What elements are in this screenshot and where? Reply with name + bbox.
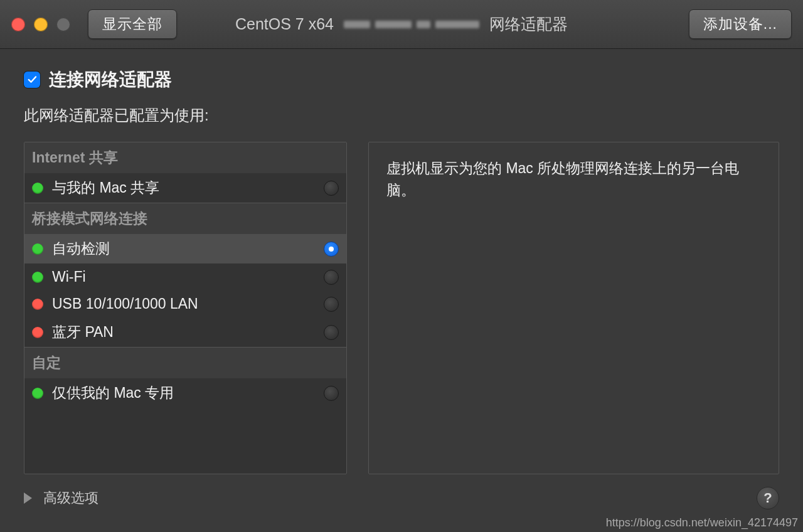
- window-title: CentOS 7 x64 网络适配器: [235, 14, 568, 35]
- status-dot-icon: [32, 272, 43, 283]
- option-share-with-mac[interactable]: 与我的 Mac 共享: [24, 173, 346, 203]
- status-dot-icon: [32, 243, 43, 255]
- radio-button[interactable]: [324, 325, 339, 340]
- section-internet-sharing: Internet 共享: [24, 142, 346, 173]
- connect-adapter-checkbox[interactable]: [24, 72, 40, 88]
- radio-button[interactable]: [324, 386, 339, 401]
- option-autodetect[interactable]: 自动检测: [24, 234, 346, 263]
- close-icon[interactable]: [11, 18, 25, 31]
- status-dot-icon: [32, 388, 43, 399]
- radio-button[interactable]: [324, 297, 339, 312]
- window-controls: [11, 18, 70, 31]
- panels: Internet 共享 与我的 Mac 共享 桥接模式网络连接 自动检测 Wi-…: [24, 142, 779, 474]
- advanced-disclosure[interactable]: 高级选项: [24, 489, 98, 508]
- connect-adapter-label: 连接网络适配器: [49, 68, 172, 92]
- option-host-only[interactable]: 仅供我的 Mac 专用: [24, 378, 346, 408]
- option-wifi[interactable]: Wi-Fi: [24, 263, 346, 290]
- disclosure-triangle-icon: [24, 492, 32, 504]
- option-usb-lan[interactable]: USB 10/100/1000 LAN: [24, 290, 346, 317]
- description-text: 虚拟机显示为您的 Mac 所处物理网络连接上的另一台电脑。: [386, 157, 761, 201]
- bottom-row: 高级选项 ?: [0, 474, 803, 509]
- check-icon: [26, 74, 38, 85]
- option-label: 蓝牙 PAN: [52, 322, 315, 342]
- config-subhead: 此网络适配器已配置为使用:: [24, 105, 779, 125]
- title-suffix: 网络适配器: [489, 14, 568, 35]
- option-label: 仅供我的 Mac 专用: [52, 383, 315, 403]
- title-prefix: CentOS 7 x64: [235, 15, 334, 33]
- option-bluetooth-pan[interactable]: 蓝牙 PAN: [24, 317, 346, 347]
- minimize-icon[interactable]: [34, 18, 48, 31]
- description-panel: 虚拟机显示为您的 Mac 所处物理网络连接上的另一台电脑。: [368, 142, 779, 474]
- radio-button[interactable]: [324, 181, 339, 196]
- status-dot-icon: [32, 183, 43, 194]
- option-label: 自动检测: [52, 239, 315, 258]
- watermark: https://blog.csdn.net/weixin_42174497: [606, 516, 798, 529]
- content: 连接网络适配器 此网络适配器已配置为使用: Internet 共享 与我的 Ma…: [0, 49, 803, 474]
- option-label: 与我的 Mac 共享: [52, 178, 315, 198]
- option-label: USB 10/100/1000 LAN: [52, 295, 315, 312]
- section-bridged: 桥接模式网络连接: [24, 203, 346, 234]
- connect-adapter-row: 连接网络适配器: [24, 68, 779, 92]
- toolbar: 显示全部 CentOS 7 x64 网络适配器 添加设备...: [0, 0, 803, 49]
- help-button[interactable]: ?: [757, 487, 779, 509]
- option-label: Wi-Fi: [52, 269, 315, 285]
- zoom-icon[interactable]: [56, 18, 70, 31]
- status-dot-icon: [32, 299, 43, 310]
- radio-button[interactable]: [324, 270, 339, 285]
- title-redacted: [344, 21, 479, 28]
- show-all-button[interactable]: 显示全部: [88, 9, 177, 39]
- section-custom: 自定: [24, 347, 346, 378]
- advanced-label: 高级选项: [43, 489, 98, 508]
- radio-button[interactable]: [324, 242, 339, 257]
- status-dot-icon: [32, 327, 43, 338]
- network-list-panel: Internet 共享 与我的 Mac 共享 桥接模式网络连接 自动检测 Wi-…: [24, 142, 347, 474]
- add-device-button[interactable]: 添加设备...: [689, 9, 792, 39]
